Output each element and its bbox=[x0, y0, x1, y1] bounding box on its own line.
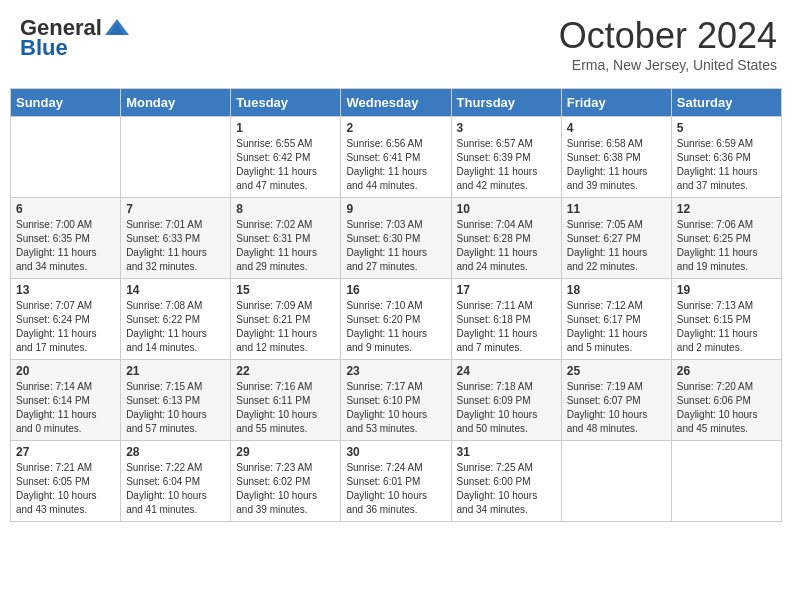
weekday-header: Tuesday bbox=[231, 89, 341, 117]
calendar-cell: 23Sunrise: 7:17 AM Sunset: 6:10 PM Dayli… bbox=[341, 360, 451, 441]
day-info: Sunrise: 7:17 AM Sunset: 6:10 PM Dayligh… bbox=[346, 380, 445, 436]
day-info: Sunrise: 7:01 AM Sunset: 6:33 PM Dayligh… bbox=[126, 218, 225, 274]
weekday-header: Friday bbox=[561, 89, 671, 117]
day-number: 25 bbox=[567, 364, 666, 378]
day-number: 7 bbox=[126, 202, 225, 216]
day-info: Sunrise: 7:12 AM Sunset: 6:17 PM Dayligh… bbox=[567, 299, 666, 355]
day-info: Sunrise: 7:25 AM Sunset: 6:00 PM Dayligh… bbox=[457, 461, 556, 517]
calendar-cell: 6Sunrise: 7:00 AM Sunset: 6:35 PM Daylig… bbox=[11, 198, 121, 279]
day-number: 16 bbox=[346, 283, 445, 297]
calendar-cell: 13Sunrise: 7:07 AM Sunset: 6:24 PM Dayli… bbox=[11, 279, 121, 360]
calendar-cell: 20Sunrise: 7:14 AM Sunset: 6:14 PM Dayli… bbox=[11, 360, 121, 441]
month-title: October 2024 bbox=[559, 15, 777, 57]
day-info: Sunrise: 7:06 AM Sunset: 6:25 PM Dayligh… bbox=[677, 218, 776, 274]
calendar-cell: 22Sunrise: 7:16 AM Sunset: 6:11 PM Dayli… bbox=[231, 360, 341, 441]
day-number: 17 bbox=[457, 283, 556, 297]
calendar-cell: 8Sunrise: 7:02 AM Sunset: 6:31 PM Daylig… bbox=[231, 198, 341, 279]
calendar-cell: 26Sunrise: 7:20 AM Sunset: 6:06 PM Dayli… bbox=[671, 360, 781, 441]
calendar-week-row: 1Sunrise: 6:55 AM Sunset: 6:42 PM Daylig… bbox=[11, 117, 782, 198]
day-number: 3 bbox=[457, 121, 556, 135]
location: Erma, New Jersey, United States bbox=[559, 57, 777, 73]
title-block: October 2024 Erma, New Jersey, United St… bbox=[559, 15, 777, 73]
day-number: 23 bbox=[346, 364, 445, 378]
calendar-cell: 9Sunrise: 7:03 AM Sunset: 6:30 PM Daylig… bbox=[341, 198, 451, 279]
calendar-cell: 7Sunrise: 7:01 AM Sunset: 6:33 PM Daylig… bbox=[121, 198, 231, 279]
weekday-header: Thursday bbox=[451, 89, 561, 117]
calendar-cell: 1Sunrise: 6:55 AM Sunset: 6:42 PM Daylig… bbox=[231, 117, 341, 198]
calendar-cell: 10Sunrise: 7:04 AM Sunset: 6:28 PM Dayli… bbox=[451, 198, 561, 279]
day-info: Sunrise: 6:58 AM Sunset: 6:38 PM Dayligh… bbox=[567, 137, 666, 193]
calendar-cell: 15Sunrise: 7:09 AM Sunset: 6:21 PM Dayli… bbox=[231, 279, 341, 360]
calendar-cell: 16Sunrise: 7:10 AM Sunset: 6:20 PM Dayli… bbox=[341, 279, 451, 360]
day-number: 29 bbox=[236, 445, 335, 459]
day-info: Sunrise: 7:07 AM Sunset: 6:24 PM Dayligh… bbox=[16, 299, 115, 355]
day-info: Sunrise: 7:18 AM Sunset: 6:09 PM Dayligh… bbox=[457, 380, 556, 436]
calendar-week-row: 20Sunrise: 7:14 AM Sunset: 6:14 PM Dayli… bbox=[11, 360, 782, 441]
day-number: 4 bbox=[567, 121, 666, 135]
day-number: 28 bbox=[126, 445, 225, 459]
calendar-week-row: 6Sunrise: 7:00 AM Sunset: 6:35 PM Daylig… bbox=[11, 198, 782, 279]
day-number: 5 bbox=[677, 121, 776, 135]
day-number: 15 bbox=[236, 283, 335, 297]
day-info: Sunrise: 7:20 AM Sunset: 6:06 PM Dayligh… bbox=[677, 380, 776, 436]
day-info: Sunrise: 6:59 AM Sunset: 6:36 PM Dayligh… bbox=[677, 137, 776, 193]
calendar-cell: 14Sunrise: 7:08 AM Sunset: 6:22 PM Dayli… bbox=[121, 279, 231, 360]
day-info: Sunrise: 6:57 AM Sunset: 6:39 PM Dayligh… bbox=[457, 137, 556, 193]
day-info: Sunrise: 7:11 AM Sunset: 6:18 PM Dayligh… bbox=[457, 299, 556, 355]
day-number: 10 bbox=[457, 202, 556, 216]
calendar-cell: 31Sunrise: 7:25 AM Sunset: 6:00 PM Dayli… bbox=[451, 441, 561, 522]
day-number: 24 bbox=[457, 364, 556, 378]
day-info: Sunrise: 7:24 AM Sunset: 6:01 PM Dayligh… bbox=[346, 461, 445, 517]
weekday-header: Monday bbox=[121, 89, 231, 117]
calendar-cell: 28Sunrise: 7:22 AM Sunset: 6:04 PM Dayli… bbox=[121, 441, 231, 522]
day-info: Sunrise: 7:23 AM Sunset: 6:02 PM Dayligh… bbox=[236, 461, 335, 517]
weekday-header-row: SundayMondayTuesdayWednesdayThursdayFrid… bbox=[11, 89, 782, 117]
calendar-week-row: 27Sunrise: 7:21 AM Sunset: 6:05 PM Dayli… bbox=[11, 441, 782, 522]
day-info: Sunrise: 7:04 AM Sunset: 6:28 PM Dayligh… bbox=[457, 218, 556, 274]
day-number: 1 bbox=[236, 121, 335, 135]
day-number: 6 bbox=[16, 202, 115, 216]
calendar-cell bbox=[561, 441, 671, 522]
day-number: 9 bbox=[346, 202, 445, 216]
day-info: Sunrise: 7:10 AM Sunset: 6:20 PM Dayligh… bbox=[346, 299, 445, 355]
day-info: Sunrise: 7:09 AM Sunset: 6:21 PM Dayligh… bbox=[236, 299, 335, 355]
calendar-cell: 12Sunrise: 7:06 AM Sunset: 6:25 PM Dayli… bbox=[671, 198, 781, 279]
calendar-cell bbox=[671, 441, 781, 522]
day-number: 13 bbox=[16, 283, 115, 297]
calendar-week-row: 13Sunrise: 7:07 AM Sunset: 6:24 PM Dayli… bbox=[11, 279, 782, 360]
day-info: Sunrise: 7:14 AM Sunset: 6:14 PM Dayligh… bbox=[16, 380, 115, 436]
day-number: 30 bbox=[346, 445, 445, 459]
weekday-header: Wednesday bbox=[341, 89, 451, 117]
day-number: 11 bbox=[567, 202, 666, 216]
calendar-cell: 18Sunrise: 7:12 AM Sunset: 6:17 PM Dayli… bbox=[561, 279, 671, 360]
calendar-cell: 19Sunrise: 7:13 AM Sunset: 6:15 PM Dayli… bbox=[671, 279, 781, 360]
day-info: Sunrise: 7:13 AM Sunset: 6:15 PM Dayligh… bbox=[677, 299, 776, 355]
day-number: 14 bbox=[126, 283, 225, 297]
calendar-cell: 17Sunrise: 7:11 AM Sunset: 6:18 PM Dayli… bbox=[451, 279, 561, 360]
calendar-cell: 2Sunrise: 6:56 AM Sunset: 6:41 PM Daylig… bbox=[341, 117, 451, 198]
calendar-cell bbox=[11, 117, 121, 198]
day-info: Sunrise: 7:00 AM Sunset: 6:35 PM Dayligh… bbox=[16, 218, 115, 274]
day-info: Sunrise: 7:21 AM Sunset: 6:05 PM Dayligh… bbox=[16, 461, 115, 517]
calendar-cell: 29Sunrise: 7:23 AM Sunset: 6:02 PM Dayli… bbox=[231, 441, 341, 522]
calendar-cell: 11Sunrise: 7:05 AM Sunset: 6:27 PM Dayli… bbox=[561, 198, 671, 279]
calendar-cell: 27Sunrise: 7:21 AM Sunset: 6:05 PM Dayli… bbox=[11, 441, 121, 522]
calendar-cell: 4Sunrise: 6:58 AM Sunset: 6:38 PM Daylig… bbox=[561, 117, 671, 198]
calendar-cell: 30Sunrise: 7:24 AM Sunset: 6:01 PM Dayli… bbox=[341, 441, 451, 522]
day-info: Sunrise: 7:22 AM Sunset: 6:04 PM Dayligh… bbox=[126, 461, 225, 517]
calendar-cell: 5Sunrise: 6:59 AM Sunset: 6:36 PM Daylig… bbox=[671, 117, 781, 198]
day-info: Sunrise: 7:05 AM Sunset: 6:27 PM Dayligh… bbox=[567, 218, 666, 274]
logo: General Blue bbox=[20, 15, 132, 61]
day-number: 8 bbox=[236, 202, 335, 216]
day-info: Sunrise: 7:16 AM Sunset: 6:11 PM Dayligh… bbox=[236, 380, 335, 436]
weekday-header: Sunday bbox=[11, 89, 121, 117]
day-info: Sunrise: 6:56 AM Sunset: 6:41 PM Dayligh… bbox=[346, 137, 445, 193]
calendar-cell: 24Sunrise: 7:18 AM Sunset: 6:09 PM Dayli… bbox=[451, 360, 561, 441]
day-number: 20 bbox=[16, 364, 115, 378]
day-info: Sunrise: 7:19 AM Sunset: 6:07 PM Dayligh… bbox=[567, 380, 666, 436]
day-number: 18 bbox=[567, 283, 666, 297]
day-number: 31 bbox=[457, 445, 556, 459]
day-number: 12 bbox=[677, 202, 776, 216]
day-number: 27 bbox=[16, 445, 115, 459]
calendar-table: SundayMondayTuesdayWednesdayThursdayFrid… bbox=[10, 88, 782, 522]
